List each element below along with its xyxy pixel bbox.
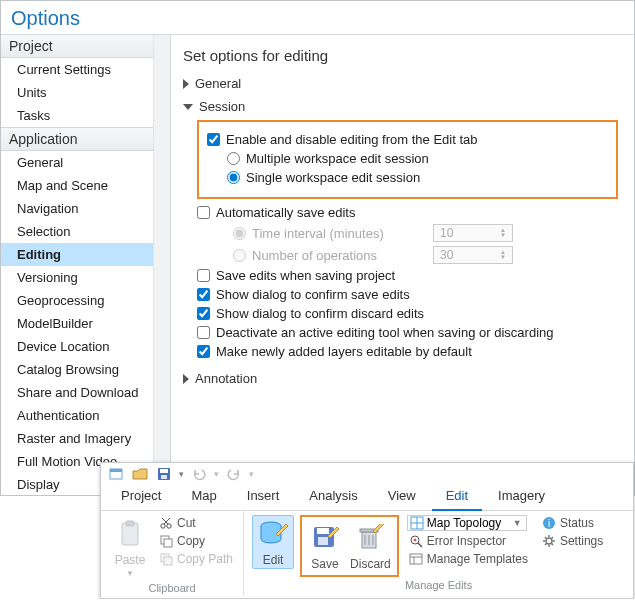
sidebar-item-units[interactable]: Units (1, 81, 170, 104)
undo-dropdown-icon[interactable]: ▾ (214, 469, 219, 479)
sidebar-group-project[interactable]: Project ˄ (1, 35, 170, 58)
open-icon[interactable] (131, 466, 149, 482)
cut-button[interactable]: Cut (157, 515, 235, 531)
svg-point-7 (161, 524, 165, 528)
sidebar-item-device-location[interactable]: Device Location (1, 335, 170, 358)
error-inspector-button[interactable]: Error Inspector (407, 533, 530, 549)
save-project-checkbox[interactable] (197, 269, 210, 282)
section-general[interactable]: General (183, 76, 618, 91)
save-project-label: Save edits when saving project (216, 268, 395, 283)
paste-button[interactable]: Paste ▼ (109, 515, 151, 580)
tab-view[interactable]: View (374, 484, 430, 510)
sidebar-scrollbar[interactable] (153, 35, 170, 495)
sidebar-item-selection[interactable]: Selection (1, 220, 170, 243)
manage-templates-button[interactable]: Manage Templates (407, 551, 530, 567)
deactivate-tool-checkbox[interactable] (197, 326, 210, 339)
single-workspace-radio[interactable] (227, 171, 240, 184)
deactivate-tool-label: Deactivate an active editing tool when s… (216, 325, 553, 340)
topology-combo[interactable]: Map Topology ▼ (407, 515, 527, 531)
sidebar-item-map-and-scene[interactable]: Map and Scene (1, 174, 170, 197)
multi-workspace-label: Multiple workspace edit session (246, 151, 429, 166)
save-discard-highlight: Save Discard (300, 515, 399, 577)
undo-icon[interactable] (190, 466, 208, 482)
editable-layers-checkbox[interactable] (197, 345, 210, 358)
tab-edit[interactable]: Edit (432, 484, 482, 511)
tab-map[interactable]: Map (177, 484, 230, 510)
svg-text:i: i (548, 518, 550, 529)
dropdown-icon: ▼ (513, 518, 522, 528)
redo-icon[interactable] (225, 466, 243, 482)
confirm-discard-label: Show dialog to confirm discard edits (216, 306, 424, 321)
tab-insert[interactable]: Insert (233, 484, 294, 510)
floppy-pencil-icon (308, 521, 342, 555)
group-label-clipboard: Clipboard (109, 582, 235, 594)
database-pencil-icon (256, 517, 290, 551)
num-ops-spinner: 30 ▲▼ (433, 246, 513, 264)
clipboard-icon (113, 517, 147, 551)
new-project-icon[interactable] (107, 466, 125, 482)
autosave-checkbox[interactable] (197, 206, 210, 219)
options-dialog: Options Project ˄ Current Settings Units… (0, 0, 635, 496)
copy-icon (159, 534, 173, 548)
copy-path-button[interactable]: Copy Path (157, 551, 235, 567)
confirm-save-label: Show dialog to confirm save edits (216, 287, 410, 302)
svg-rect-6 (126, 521, 134, 526)
sidebar-item-catalog-browsing[interactable]: Catalog Browsing (1, 358, 170, 381)
sidebar-item-authentication[interactable]: Authentication (1, 404, 170, 427)
sidebar-group-application[interactable]: Application (1, 127, 170, 151)
svg-point-25 (546, 538, 552, 544)
svg-rect-16 (318, 537, 328, 545)
section-session[interactable]: Session (183, 99, 618, 114)
sidebar-item-tasks[interactable]: Tasks (1, 104, 170, 127)
options-content: Set options for editing General Session … (171, 35, 634, 495)
num-ops-radio (233, 249, 246, 262)
enable-editing-label: Enable and disable editing from the Edit… (226, 132, 478, 147)
edit-toggle-button[interactable]: Edit (252, 515, 294, 569)
tab-project[interactable]: Project (107, 484, 175, 510)
sidebar-item-general[interactable]: General (1, 151, 170, 174)
save-icon[interactable] (155, 466, 173, 482)
sidebar-item-raster-imagery[interactable]: Raster and Imagery (1, 427, 170, 450)
content-title: Set options for editing (183, 47, 618, 64)
topology-icon (410, 516, 424, 530)
svg-rect-3 (160, 469, 168, 473)
enable-editing-checkbox[interactable] (207, 133, 220, 146)
section-annotation[interactable]: Annotation (183, 371, 618, 386)
settings-button[interactable]: Settings (540, 533, 605, 549)
time-interval-label: Time interval (minutes) (252, 226, 427, 241)
tab-analysis[interactable]: Analysis (295, 484, 371, 510)
sidebar-item-editing[interactable]: Editing (1, 243, 170, 266)
confirm-save-checkbox[interactable] (197, 288, 210, 301)
save-dropdown-icon[interactable]: ▾ (179, 469, 184, 479)
copy-button[interactable]: Copy (157, 533, 235, 549)
quick-access-toolbar: ▾ ▾ ▾ (101, 463, 633, 484)
tab-imagery[interactable]: Imagery (484, 484, 559, 510)
magnifier-error-icon (409, 534, 423, 548)
sidebar-item-current-settings[interactable]: Current Settings (1, 58, 170, 81)
svg-rect-15 (317, 528, 329, 534)
confirm-discard-checkbox[interactable] (197, 307, 210, 320)
sidebar-item-geoprocessing[interactable]: Geoprocessing (1, 289, 170, 312)
sidebar-item-versioning[interactable]: Versioning (1, 266, 170, 289)
status-button[interactable]: i Status (540, 515, 605, 531)
sidebar-item-modelbuilder[interactable]: ModelBuilder (1, 312, 170, 335)
svg-point-8 (167, 524, 171, 528)
copy-path-icon (159, 552, 173, 566)
discard-edits-button[interactable]: Discard (346, 519, 395, 573)
editable-layers-label: Make newly added layers editable by defa… (216, 344, 472, 359)
sidebar-item-navigation[interactable]: Navigation (1, 197, 170, 220)
templates-icon (409, 552, 423, 566)
multi-workspace-radio[interactable] (227, 152, 240, 165)
arrow-down-icon (183, 104, 193, 110)
redo-dropdown-icon[interactable]: ▾ (249, 469, 254, 479)
svg-rect-4 (161, 475, 167, 479)
dialog-title: Options (1, 1, 634, 35)
ribbon-tabs: Project Map Insert Analysis View Edit Im… (101, 484, 633, 511)
info-icon: i (542, 516, 556, 530)
spinner-icon: ▲▼ (500, 228, 506, 238)
save-edits-button[interactable]: Save (304, 519, 346, 573)
ribbon-body: Paste ▼ Cut Copy Copy Path (101, 511, 633, 596)
sidebar-item-share-download[interactable]: Share and Download (1, 381, 170, 404)
svg-rect-1 (110, 469, 122, 472)
options-sidebar: Project ˄ Current Settings Units Tasks A… (1, 35, 171, 495)
